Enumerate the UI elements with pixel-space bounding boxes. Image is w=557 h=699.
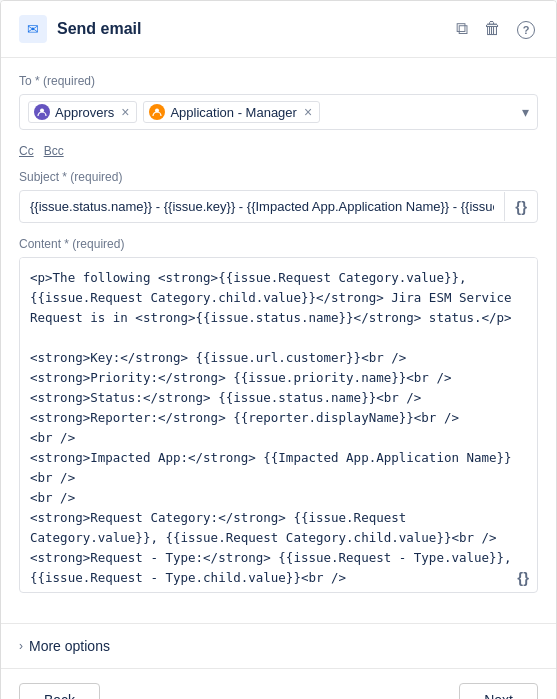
- more-options-chevron-icon: ›: [19, 639, 23, 653]
- help-icon: ?: [517, 21, 535, 39]
- more-options-row[interactable]: › More options: [1, 623, 556, 668]
- subject-label: Subject * (required): [19, 170, 538, 184]
- tag-app-manager: Application - Manager ×: [143, 101, 320, 123]
- approvers-avatar: [34, 104, 50, 120]
- to-label: To * (required): [19, 74, 538, 88]
- content-label: Content * (required): [19, 237, 538, 251]
- delete-button[interactable]: 🗑: [481, 16, 504, 42]
- form-body: To * (required) Approvers ×: [1, 58, 556, 623]
- to-field-chevron-icon[interactable]: ▾: [522, 104, 529, 120]
- app-manager-avatar: [149, 104, 165, 120]
- panel-header: ✉ Send email ⧉ 🗑 ?: [1, 1, 556, 58]
- approvers-label: Approvers: [55, 105, 114, 120]
- send-email-panel: ✉ Send email ⧉ 🗑 ? To * (required): [0, 0, 557, 699]
- back-button[interactable]: Back: [19, 683, 100, 699]
- app-manager-label: Application - Manager: [170, 105, 296, 120]
- remove-app-manager-button[interactable]: ×: [304, 105, 312, 119]
- content-area-wrapper: <p>The following <strong>{{issue.Request…: [19, 257, 538, 593]
- email-icon: ✉: [19, 15, 47, 43]
- cc-button[interactable]: Cc: [19, 144, 34, 158]
- content-textarea[interactable]: <p>The following <strong>{{issue.Request…: [20, 258, 537, 588]
- subject-code-toggle[interactable]: {}: [504, 192, 537, 221]
- subject-wrapper: {}: [19, 190, 538, 223]
- panel-title: Send email: [57, 20, 141, 38]
- next-button[interactable]: Next: [459, 683, 538, 699]
- to-input-area[interactable]: Approvers × Application - Manager × ▾: [19, 94, 538, 130]
- content-field-group: Content * (required) <p>The following <s…: [19, 237, 538, 593]
- more-options-label: More options: [29, 638, 110, 654]
- remove-approvers-button[interactable]: ×: [121, 105, 129, 119]
- trash-icon: 🗑: [484, 19, 501, 38]
- subject-input[interactable]: [20, 191, 504, 222]
- content-code-toggle[interactable]: {}: [517, 569, 529, 586]
- help-button[interactable]: ?: [514, 16, 538, 42]
- cc-bcc-row: Cc Bcc: [19, 144, 538, 158]
- footer: Back Next: [1, 668, 556, 699]
- tag-approvers: Approvers ×: [28, 101, 137, 123]
- header-left: ✉ Send email: [19, 15, 141, 43]
- header-actions: ⧉ 🗑 ?: [453, 16, 538, 42]
- to-field-group: To * (required) Approvers ×: [19, 74, 538, 130]
- bcc-button[interactable]: Bcc: [44, 144, 64, 158]
- duplicate-button[interactable]: ⧉: [453, 16, 471, 42]
- duplicate-icon: ⧉: [456, 19, 468, 38]
- subject-field-group: Subject * (required) {}: [19, 170, 538, 223]
